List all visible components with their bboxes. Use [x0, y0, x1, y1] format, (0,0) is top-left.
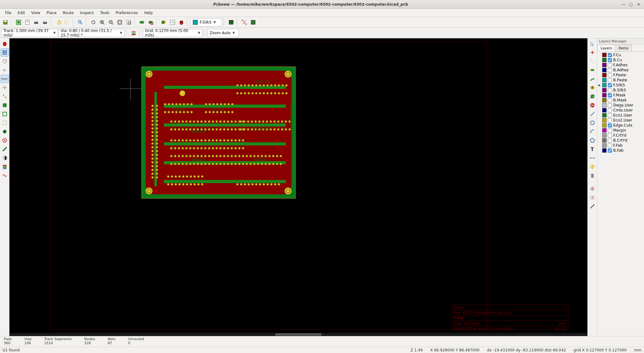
layer-visible-checkbox[interactable] — [608, 149, 612, 153]
layer-color-swatch[interactable] — [602, 68, 607, 72]
layer-color-swatch[interactable] — [602, 138, 607, 143]
footprint-browser-icon[interactable] — [147, 18, 155, 26]
layer-row-b-crtyd[interactable]: B.CrtYd — [597, 138, 644, 143]
show-board-icon[interactable] — [249, 18, 257, 26]
draw-polygon-icon[interactable] — [588, 136, 597, 144]
draw-circle-icon[interactable] — [588, 119, 597, 127]
measure-icon[interactable] — [588, 202, 597, 210]
layer-row-f-cu[interactable]: F.Cu — [597, 52, 644, 57]
layer-row-f-paste[interactable]: F.Paste — [597, 73, 644, 78]
update-from-schematic-icon[interactable] — [160, 18, 168, 26]
menu-view[interactable]: View — [28, 9, 43, 16]
layer-color-swatch[interactable] — [602, 128, 607, 133]
menu-edit[interactable]: Edit — [14, 9, 28, 16]
track-width-dropdown[interactable]: Track: 1.000 mm (39.37 mils) ▼ — [1, 29, 58, 37]
drill-origin-icon[interactable] — [588, 185, 597, 193]
units-inch-icon[interactable]: in — [1, 66, 9, 74]
layer-color-swatch[interactable] — [602, 118, 607, 122]
close-button[interactable]: ✕ — [636, 2, 641, 7]
horizontal-scrollbar[interactable] — [9, 333, 587, 336]
drc-icon[interactable] — [177, 18, 186, 26]
layer-row-b-mask[interactable]: B.Mask — [597, 98, 644, 103]
layer-visible-checkbox[interactable] — [608, 73, 612, 77]
pcb-canvas[interactable]: AT28C256 AS6C62256 W65C22S W65C22S W65C5… — [9, 38, 587, 336]
scrollbar-thumb[interactable] — [275, 333, 321, 336]
zone-display-outline-icon[interactable] — [1, 110, 9, 118]
microwave-toolbar-icon[interactable] — [1, 171, 9, 180]
save-icon[interactable] — [1, 18, 9, 26]
add-keepout-icon[interactable] — [588, 101, 597, 109]
scripting-console-icon[interactable]: py — [227, 18, 235, 26]
add-text-icon[interactable]: T — [588, 145, 597, 153]
zoom-out-icon[interactable] — [107, 18, 115, 26]
redo-icon[interactable] — [63, 18, 71, 26]
layer-color-swatch[interactable] — [602, 53, 607, 57]
zoom-dropdown[interactable]: Zoom Auto ▼ — [208, 29, 239, 37]
add-zone-icon[interactable] — [588, 92, 597, 100]
layer-color-swatch[interactable] — [602, 98, 607, 102]
menu-route[interactable]: Route — [60, 9, 77, 16]
find-icon[interactable] — [76, 18, 84, 26]
layer-color-swatch[interactable] — [602, 133, 607, 138]
layer-row-f-fab[interactable]: F.Fab — [597, 143, 644, 148]
layer-color-swatch[interactable] — [602, 83, 607, 87]
layer-row-b-fab[interactable]: B.Fab — [597, 148, 644, 153]
menu-tools[interactable]: Tools — [97, 9, 113, 16]
menu-help[interactable]: Help — [141, 9, 156, 16]
select-tool-icon[interactable] — [588, 40, 597, 48]
open-schematic-icon[interactable] — [169, 18, 177, 26]
zone-display-none-icon[interactable] — [1, 119, 9, 127]
layer-row-eco1-user[interactable]: Eco1.User — [597, 113, 644, 118]
layer-visible-checkbox[interactable] — [608, 118, 612, 122]
grid-dropdown[interactable]: Grid: 0.1270 mm (5.00 mils) ▼ — [143, 29, 203, 37]
print-icon[interactable] — [32, 18, 40, 26]
layer-row-margin[interactable]: Margin — [597, 128, 644, 133]
plot-icon[interactable] — [41, 18, 49, 26]
layer-color-swatch[interactable] — [602, 148, 607, 153]
footprint-editor-icon[interactable] — [138, 18, 146, 26]
zoom-selection-icon[interactable] — [125, 18, 133, 26]
layer-color-swatch[interactable] — [602, 123, 607, 128]
zoom-fit-icon[interactable] — [116, 18, 124, 26]
show-ratsnest-icon[interactable] — [240, 18, 248, 26]
zoom-in-icon[interactable] — [98, 18, 106, 26]
layer-visible-checkbox[interactable] — [608, 138, 612, 143]
high-contrast-icon[interactable] — [1, 154, 9, 162]
zoom-refresh-icon[interactable] — [89, 18, 97, 26]
layer-color-swatch[interactable] — [602, 63, 607, 67]
layer-visible-checkbox[interactable] — [608, 133, 612, 138]
layer-visible-checkbox[interactable] — [608, 93, 612, 97]
layer-row-b-cu[interactable]: B.Cu — [597, 57, 644, 62]
layer-list[interactable]: F.CuB.CuF.AdhesB.AdhesF.PasteB.Paste▶F.S… — [597, 52, 644, 336]
layer-row-f-adhes[interactable]: F.Adhes — [597, 62, 644, 68]
layer-visible-checkbox[interactable] — [608, 144, 612, 148]
grid-origin-icon[interactable] — [588, 193, 597, 202]
layer-visible-checkbox[interactable] — [608, 58, 612, 62]
layer-visible-checkbox[interactable] — [608, 113, 612, 117]
layer-visible-checkbox[interactable] — [608, 128, 612, 133]
zone-display-filled-icon[interactable] — [1, 101, 9, 109]
layer-row-dwgs-user[interactable]: Dwgs.User — [597, 103, 644, 108]
layer-row-f-mask[interactable]: F.Mask — [597, 93, 644, 98]
layer-row-edge-cuts[interactable]: Edge.Cuts — [597, 123, 644, 128]
layer-visible-checkbox[interactable] — [608, 78, 612, 82]
minimize-button[interactable]: — — [621, 2, 626, 7]
units-mm-icon[interactable]: mm — [1, 75, 9, 83]
board-setup-icon[interactable] — [14, 18, 23, 26]
local-ratsnest-icon[interactable] — [588, 57, 597, 65]
cursor-shape-icon[interactable] — [1, 84, 9, 92]
layer-visible-checkbox[interactable] — [608, 103, 612, 107]
add-dimension-icon[interactable] — [588, 154, 597, 162]
layer-row-eco2-user[interactable]: Eco2.User — [597, 118, 644, 123]
grid-visible-icon[interactable] — [1, 48, 9, 57]
layer-row-b-adhes[interactable]: B.Adhes — [597, 68, 644, 73]
route-track-icon[interactable] — [588, 75, 597, 83]
track-outline-icon[interactable] — [1, 145, 9, 153]
layer-visible-checkbox[interactable] — [608, 108, 612, 112]
layer-visible-checkbox[interactable] — [608, 83, 612, 87]
layer-visible-checkbox[interactable] — [608, 88, 612, 92]
layer-row-b-silks[interactable]: B.SilkS — [597, 88, 644, 93]
layer-color-swatch[interactable] — [602, 113, 607, 117]
maximize-button[interactable]: ▢ — [628, 2, 634, 7]
pad-outline-icon[interactable] — [1, 128, 9, 136]
